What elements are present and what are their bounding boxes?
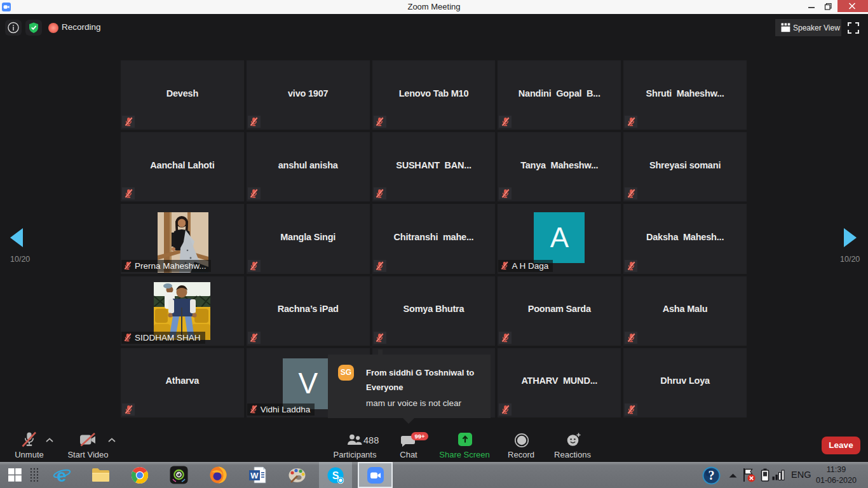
svg-text:?: ? xyxy=(709,468,715,482)
svg-text:W: W xyxy=(250,471,259,480)
